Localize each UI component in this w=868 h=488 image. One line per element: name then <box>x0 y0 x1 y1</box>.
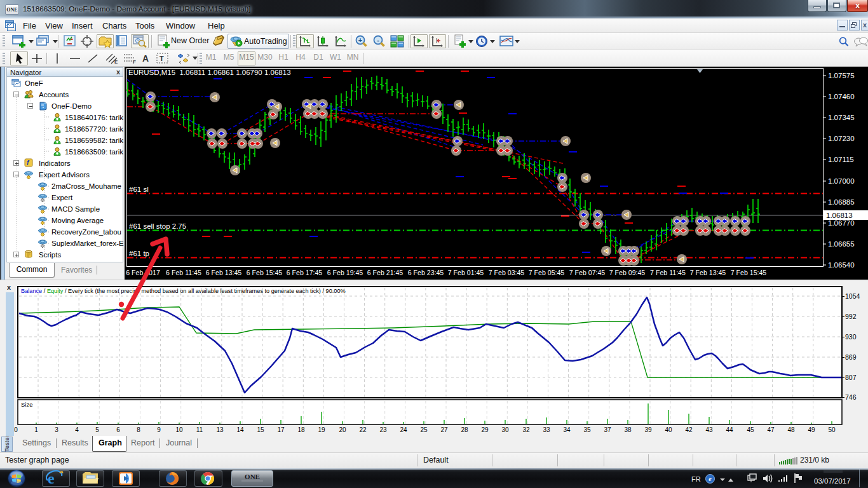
svg-text:#61 sell stop 2.75: #61 sell stop 2.75 <box>129 222 186 230</box>
svg-text:7 Feb 07:45: 7 Feb 07:45 <box>569 269 606 276</box>
svg-text:7 Feb 13:45: 7 Feb 13:45 <box>690 269 726 276</box>
svg-text:F: F <box>133 59 136 64</box>
svg-text:6 Feb 13:45: 6 Feb 13:45 <box>206 269 242 276</box>
svg-text:1.06885: 1.06885 <box>828 198 855 206</box>
svg-text:7 Feb 15:45: 7 Feb 15:45 <box>731 269 767 276</box>
svg-text:7 Feb 05:45: 7 Feb 05:45 <box>529 269 565 276</box>
svg-text:-: - <box>377 36 379 44</box>
svg-text:1.07230: 1.07230 <box>828 135 855 142</box>
svg-text:1.07115: 1.07115 <box>828 156 854 163</box>
svg-text:1.07575: 1.07575 <box>828 72 855 79</box>
svg-text:Size: Size <box>21 401 32 408</box>
svg-text:6 Feb 2017: 6 Feb 2017 <box>126 269 160 276</box>
svg-text:6 Feb 11:45: 6 Feb 11:45 <box>166 269 201 276</box>
svg-text:1.06770: 1.06770 <box>828 219 855 227</box>
svg-text:7 Feb 03:45: 7 Feb 03:45 <box>489 269 525 276</box>
svg-text:7 Feb 09:45: 7 Feb 09:45 <box>609 269 646 276</box>
svg-text:1.06813: 1.06813 <box>826 212 853 219</box>
svg-text:1.06540: 1.06540 <box>828 261 855 269</box>
svg-text:e: e <box>709 475 712 482</box>
svg-text:6 Feb 19:45: 6 Feb 19:45 <box>327 269 363 276</box>
svg-text:+: + <box>358 36 362 44</box>
svg-text:1.06655: 1.06655 <box>828 240 855 248</box>
svg-text:7 Feb 11:45: 7 Feb 11:45 <box>650 269 686 276</box>
svg-text:6 Feb 21:45: 6 Feb 21:45 <box>367 269 403 276</box>
svg-text:E: E <box>114 59 118 64</box>
svg-text:1.07345: 1.07345 <box>828 114 855 121</box>
svg-text:#61 sl: #61 sl <box>129 186 149 193</box>
svg-text:1.07000: 1.07000 <box>828 177 855 185</box>
svg-text:EURUSD,M15 1.06811 1.06861 1.: EURUSD,M15 1.06811 1.06861 1.06790 1.068… <box>128 69 291 76</box>
svg-text:1.07460: 1.07460 <box>828 93 855 100</box>
svg-text:6 Feb 17:45: 6 Feb 17:45 <box>287 269 323 276</box>
svg-text:7 Feb 01:45: 7 Feb 01:45 <box>448 269 484 276</box>
svg-text:T: T <box>159 55 164 62</box>
svg-text:6 Feb 23:45: 6 Feb 23:45 <box>408 269 444 276</box>
svg-text:#61 tp: #61 tp <box>129 250 149 257</box>
svg-text:Balance / Equity / Every tick: Balance / Equity / Every tick (the most … <box>21 288 346 294</box>
svg-text:6 Feb 15:45: 6 Feb 15:45 <box>247 269 283 276</box>
